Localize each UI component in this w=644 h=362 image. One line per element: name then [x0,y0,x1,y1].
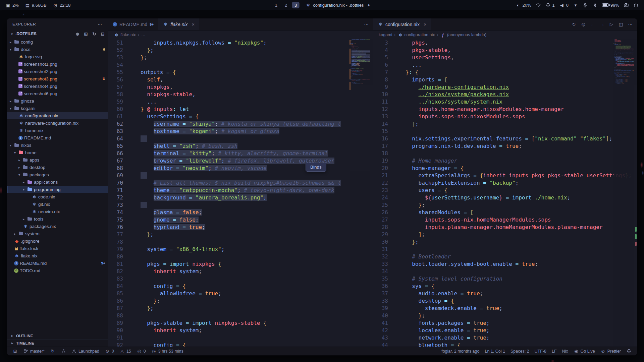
tree-item-kogami[interactable]: ▾kogami [7,105,108,112]
code-line[interactable]: network.enable = true; [406,334,637,342]
status-eol[interactable]: LF [549,347,559,355]
code-line[interactable] [141,172,373,179]
code-line[interactable]: config = { [141,283,373,290]
minimap[interactable]: inputs.nixpkgs.follows = "nixpkgs"; };};… [350,39,370,347]
power-module[interactable] [633,2,639,8]
chevron-right-icon[interactable]: ▸ [8,40,13,44]
code-line[interactable]: inherit system; [141,268,373,275]
tree-item-screenshot3.png[interactable]: screenshot3.pngU [7,75,108,82]
code-line[interactable]: } @ inputs: let [141,106,373,113]
breadcrumb-item[interactable]: … [141,33,146,37]
brightness-module[interactable]: ◐20% [515,2,531,8]
chevron-down-icon[interactable]: ▾ [8,48,13,51]
tree-item-screenshot6.png[interactable]: screenshot6.png [7,90,108,97]
chevron-down-icon[interactable]: ▾ [8,107,13,110]
code-line[interactable]: config = { [141,342,373,347]
code-line[interactable]: }; [141,305,373,312]
code-area[interactable]: pkgs, pkgs-stable, userSettings, ...}: {… [393,39,637,347]
code-line[interactable] [141,334,373,342]
breadcrumb-item[interactable]: kogami [379,33,392,37]
chevron-right-icon[interactable]: ▸ [17,158,21,162]
new-file-icon[interactable]: ⊕ [75,31,80,37]
code-line[interactable]: ./hardware-configuration.nix [406,83,637,91]
code-line[interactable]: ... [406,61,637,69]
workspace-2[interactable]: 2 [282,2,289,8]
code-line[interactable]: username = "shinya"; # konsta or shinya … [141,120,373,128]
status-sync[interactable]: ↻ [47,347,58,355]
code-line[interactable]: inputs.sops-nix.nixosModules.sops [406,113,637,120]
breadcrumb-item[interactable]: ❄flake.nix [114,32,136,38]
clock-module[interactable]: ◷22:18 [53,2,71,8]
code-line[interactable] [406,246,637,253]
code-line[interactable]: browser = "librewolf"; # firefox, librew… [141,157,373,165]
refresh-icon[interactable]: ↻ [92,31,97,37]
code-line[interactable]: ]; [406,120,637,128]
dropdown-module[interactable]: ▾ [573,2,578,8]
cpu-module[interactable]: ▣2% [5,2,19,8]
status-timer[interactable]: ◷3 hrs 53 mins [149,347,186,355]
tree-item-neovim.nix[interactable]: ❄neovim.nix [7,208,108,215]
code-line[interactable]: desktop = { [406,297,637,305]
collapse-all-icon[interactable]: ⊟ [100,31,105,37]
code-line[interactable]: plasma = false; [141,209,373,216]
code-line[interactable]: ../nixos/system/system.nix [406,98,637,106]
tree-item-system[interactable]: ▸system [7,230,108,237]
code-line[interactable]: userSettings, [406,54,637,61]
code-line[interactable]: programs.nix-ld.dev.enable = true; [406,142,637,150]
tab-configuration.nix[interactable]: ❄configuration.nix× [373,18,431,30]
code-line[interactable]: inherit system; [141,327,373,334]
status-go-live[interactable]: ◉Go Live [571,347,598,355]
code-line[interactable]: home-manager = { [406,165,637,172]
more-icon[interactable]: ⋯ [97,21,103,27]
code-line[interactable]: backupFileExtension = "backup"; [406,179,637,187]
status-cursor-position[interactable]: Ln 1, Col 1 [482,347,507,355]
status-ports[interactable]: ◎0 [134,347,149,355]
code-line[interactable]: nixpkgs, [141,83,373,91]
code-line[interactable] [141,61,373,69]
tree-item-home.nix[interactable]: ❄home.nix [7,127,108,134]
tree-item-applications[interactable]: ▸applications [7,178,108,186]
forward-icon[interactable]: → [599,22,605,27]
code-line[interactable]: fonts.packages = true; [406,319,637,327]
code-line[interactable]: userSettings = { [141,113,373,120]
tree-item-hardware-configuration.nix[interactable]: ❄hardware-configuration.nix [7,119,108,127]
chevron-right-icon[interactable]: ▸ [13,232,17,236]
status-launchpad[interactable]: Launchpad [69,347,102,355]
new-folder-icon[interactable]: ⊞ [83,31,89,37]
minimap[interactable]: pkgs, pkgs-stable, userSettings, ...}: {… [613,39,634,347]
code-line[interactable]: pkgs-stable, [406,47,637,54]
code-line[interactable] [406,150,637,157]
microphone-module[interactable] [583,2,588,8]
code-line[interactable]: boot.loader.systemd-boot.enable = true; [406,260,637,268]
chevron-right-icon[interactable]: ▸ [21,180,26,184]
wifi-module[interactable] [536,2,541,8]
chevron-down-icon[interactable]: ▾ [17,173,21,177]
notifications-module[interactable]: 1 [545,2,555,8]
screenshot-module[interactable] [624,2,629,8]
code-line[interactable] [141,238,373,246]
code-line[interactable]: ../nixos/system/packages.nix [406,91,637,98]
tree-item-nixos[interactable]: ▾nixos [7,141,108,149]
status-prettier[interactable]: ⊘Prettier [598,347,624,355]
tree-item-docs[interactable]: ▾docs [7,46,108,53]
tree-item-ginoza[interactable]: ▸ginoza [7,97,108,105]
status-encoding[interactable]: UTF-8 [532,347,549,355]
code-line[interactable]: inputs.sops-nix.homeManagerModules.sops [406,216,637,224]
code-area[interactable]: inputs.nixpkgs.follows = "nixpkgs"; };};… [128,39,373,347]
code-line[interactable]: system = "x86_64-linux"; [141,246,373,253]
split-icon[interactable]: ◫ [618,22,624,27]
tree-item-git.nix[interactable]: ❄git.nix [7,200,108,208]
code-line[interactable]: pkgs-stable = import nixpkgs-stable { [141,319,373,327]
memory-module[interactable]: ▤9.66GB [25,2,47,8]
code-line[interactable]: steamdeck.enable = true; [406,305,637,312]
code-line[interactable] [141,253,373,260]
chevron-down-icon[interactable]: ▾ [8,143,13,147]
workspace-1[interactable]: 1 [273,2,280,8]
code-line[interactable]: allowUnfree = true; [141,290,373,297]
tree-item-screenshot1.png[interactable]: screenshot1.png [7,60,108,68]
code-line[interactable]: audio.enable = true; [406,290,637,297]
code-line[interactable]: hyprland = true; [141,224,373,231]
code-line[interactable]: ]; [406,231,637,238]
tree-item-configuration.nix[interactable]: ❄configuration.nix [7,112,108,119]
chevron-right-icon[interactable]: ▸ [21,217,26,221]
